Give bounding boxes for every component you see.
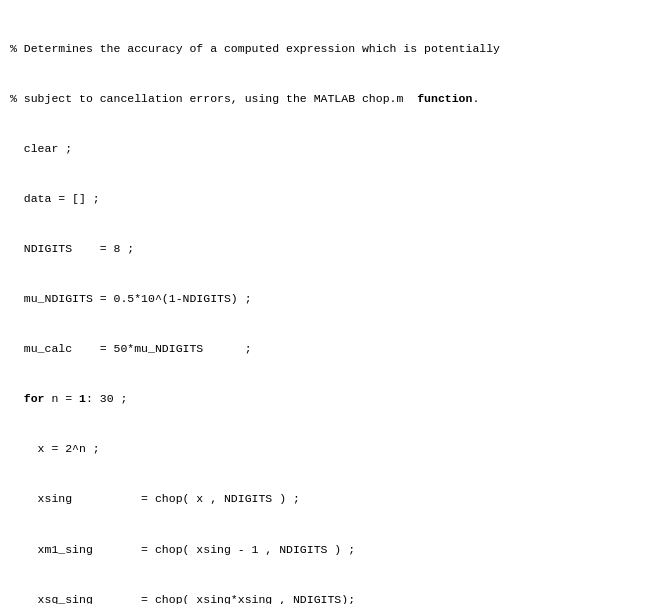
line-2: % subject to cancellation errors, using … xyxy=(10,91,642,108)
line-1: % Determines the accuracy of a computed … xyxy=(10,41,642,58)
line-11: xm1_sing = chop( xsing - 1 , NDIGITS ) ; xyxy=(10,542,642,559)
line-3: clear ; xyxy=(10,141,642,158)
code-display: % Determines the accuracy of a computed … xyxy=(0,0,652,604)
line-7: mu_calc = 50*mu_NDIGITS ; xyxy=(10,341,642,358)
line-8: for n = 1: 30 ; xyxy=(10,391,642,408)
line-6: mu_NDIGITS = 0.5*10^(1-NDIGITS) ; xyxy=(10,291,642,308)
line-12: xsq_sing = chop( xsing*xsing , NDIGITS); xyxy=(10,592,642,604)
line-5: NDIGITS = 8 ; xyxy=(10,241,642,258)
line-4: data = [] ; xyxy=(10,191,642,208)
line-10: xsing = chop( x , NDIGITS ) ; xyxy=(10,491,642,508)
line-9: x = 2^n ; xyxy=(10,441,642,458)
